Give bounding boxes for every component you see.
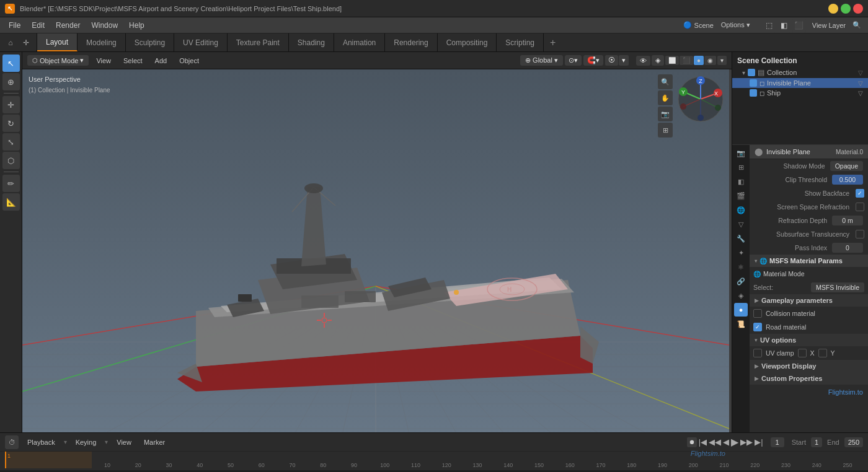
nav-gizmo[interactable]: X Y Z [676, 74, 725, 124]
vp-camera-icon[interactable]: 📷 [658, 107, 673, 121]
play-record-btn[interactable]: ⏺ [687, 437, 697, 447]
menu-file[interactable]: File [4, 19, 25, 32]
jump-end-btn[interactable]: ▶| [755, 437, 763, 447]
topbar-icon-2[interactable]: ◧ [777, 19, 791, 32]
pivot-dropdown[interactable]: ⊙▾ [565, 55, 582, 66]
pass-index-input[interactable]: 0 [832, 243, 863, 253]
uv-options-section[interactable]: ▾ UV options [750, 334, 868, 346]
object-mode-dropdown[interactable]: ⬡ Object Mode ▾ [27, 55, 89, 66]
msfs-select-dropdown[interactable]: MSFS Invisible [811, 282, 864, 292]
tool-scale[interactable]: ⤡ [2, 133, 20, 151]
window-controls[interactable] [828, 4, 863, 14]
menu-edit[interactable]: Edit [27, 19, 50, 32]
timeline-icon[interactable]: ⏱ [5, 435, 19, 449]
props-physics[interactable]: ⚛ [734, 260, 748, 274]
end-frame-input[interactable]: 250 [844, 437, 863, 447]
minimize-button[interactable] [828, 4, 838, 14]
tab-texture-paint[interactable]: Texture Paint [228, 33, 289, 51]
sc-checkbox-ship[interactable] [750, 89, 757, 97]
viewport-shading-mode[interactable]: ◈ [652, 55, 664, 66]
tab-shading[interactable]: Shading [289, 33, 334, 51]
vp-hand-icon[interactable]: ✋ [658, 90, 673, 105]
topbar-icon-3[interactable]: ⬛ [792, 19, 806, 32]
shading-rendered[interactable]: ◉ [704, 56, 716, 65]
step-back-btn[interactable]: ◀◀ [709, 437, 721, 447]
tab-modeling[interactable]: Modeling [78, 33, 126, 51]
menu-window[interactable]: Window [86, 19, 123, 32]
snap-dropdown[interactable]: 🧲▾ [583, 55, 603, 66]
tool-cursor[interactable]: ⊕ [2, 73, 20, 90]
tool-rotate[interactable]: ↻ [2, 115, 20, 132]
subsurface-translucency-checkbox[interactable] [856, 230, 864, 238]
vp-object-menu[interactable]: Object [174, 56, 204, 66]
tl-marker-menu[interactable]: Marker [140, 437, 169, 447]
tl-playback-menu[interactable]: Playback [24, 437, 59, 447]
options-dropdown[interactable]: Options ▾ [716, 20, 755, 30]
props-view-layer[interactable]: ◧ [734, 175, 748, 188]
viewport[interactable]: ⬡ Object Mode ▾ View Select Add Object ⊕… [22, 52, 732, 432]
uv-y-checkbox[interactable] [818, 349, 827, 357]
transform-global-dropdown[interactable]: ⊕ Global ▾ [520, 55, 563, 66]
tool-transform[interactable]: ⬡ [2, 152, 20, 169]
tool-measure[interactable]: 📐 [2, 193, 20, 211]
props-scripting[interactable]: 📜 [734, 317, 748, 331]
props-material[interactable]: ● [734, 303, 748, 317]
tab-rendering[interactable]: Rendering [385, 33, 437, 51]
show-backface-checkbox[interactable]: ✓ [856, 189, 864, 198]
props-output[interactable]: ⊞ [734, 160, 748, 174]
maximize-button[interactable] [841, 4, 851, 14]
props-particles[interactable]: ✦ [734, 246, 748, 260]
sc-item-ship[interactable]: ◻ Ship ▽ [732, 88, 868, 98]
proportional-editing[interactable]: ⦿ [605, 55, 618, 66]
tab-animation[interactable]: Animation [334, 33, 385, 51]
props-object[interactable]: ▽ [734, 217, 748, 231]
shading-material[interactable]: ● [694, 56, 704, 65]
shading-solid[interactable]: ⬛ [680, 56, 693, 65]
vp-add-menu[interactable]: Add [150, 56, 172, 66]
uv-clamp-checkbox[interactable] [753, 349, 762, 357]
tl-view-menu[interactable]: View [113, 437, 135, 447]
tab-scripting[interactable]: Scripting [497, 33, 544, 51]
menu-help[interactable]: Help [124, 19, 149, 32]
vp-select-menu[interactable]: Select [118, 56, 148, 66]
workspace-icon-cursor[interactable]: ✛ [19, 36, 33, 50]
workspace-icon-home[interactable]: ⌂ [4, 36, 17, 50]
sc-item-collection[interactable]: ▾ ▤ Collection ▽ [732, 67, 868, 78]
props-scene[interactable]: 🎬 [734, 189, 748, 203]
uv-x-checkbox[interactable] [798, 349, 807, 357]
jump-start-btn[interactable]: |◀ [699, 437, 707, 447]
collision-material-checkbox[interactable] [753, 309, 762, 318]
tool-select[interactable]: ↖ [2, 55, 20, 72]
tab-uv-editing[interactable]: UV Editing [174, 33, 228, 51]
props-data[interactable]: ◈ [734, 289, 748, 302]
refraction-depth-input[interactable]: 0 m [832, 216, 863, 225]
tab-compositing[interactable]: Compositing [438, 33, 497, 51]
viewport-overlay-eye[interactable]: 👁 [636, 56, 650, 66]
vp-search-icon[interactable]: 🔍 [658, 74, 673, 89]
shading-wireframe[interactable]: ⬜ [665, 56, 679, 65]
add-workspace-button[interactable]: + [544, 33, 562, 51]
clip-threshold-input[interactable]: 0.500 [832, 175, 863, 185]
viewport-display-section[interactable]: ▶ Viewport Display [750, 360, 868, 372]
sc-filter-icon[interactable]: ▽ [858, 69, 863, 76]
gameplay-params-section[interactable]: ▶ Gameplay parameters [750, 294, 868, 307]
sc-ship-filter[interactable]: ▽ [858, 90, 863, 97]
msfs-section-header[interactable]: ▾ 🌐 MSFS Material Params [750, 255, 868, 267]
play-back-btn[interactable]: ◀ [723, 437, 729, 447]
timeline-ruler-area[interactable]: 1 10 20 30 40 50 60 70 80 90 100 110 120… [0, 451, 868, 471]
sc-invisible-filter[interactable]: ▽ [858, 80, 863, 87]
play-btn[interactable]: ▶ [731, 436, 738, 448]
view-layer-label[interactable]: View Layer [808, 20, 849, 30]
sc-checkbox-collection[interactable] [748, 69, 755, 76]
current-frame-display[interactable]: 1 [771, 437, 784, 447]
road-material-checkbox[interactable]: ✓ [753, 323, 762, 331]
props-world[interactable]: 🌐 [734, 203, 748, 217]
tool-annotate[interactable]: ✏ [2, 175, 20, 192]
sc-item-invisible-plane[interactable]: ◻ Invisible Plane ▽ [732, 78, 868, 88]
close-button[interactable] [853, 4, 863, 14]
props-render[interactable]: 📷 [734, 146, 748, 160]
props-modifiers[interactable]: 🔧 [734, 232, 748, 245]
sc-checkbox-invisible-plane[interactable] [750, 79, 757, 87]
shading-options[interactable]: ▾ [717, 56, 727, 65]
proportional-type[interactable]: ▾ [619, 55, 629, 66]
